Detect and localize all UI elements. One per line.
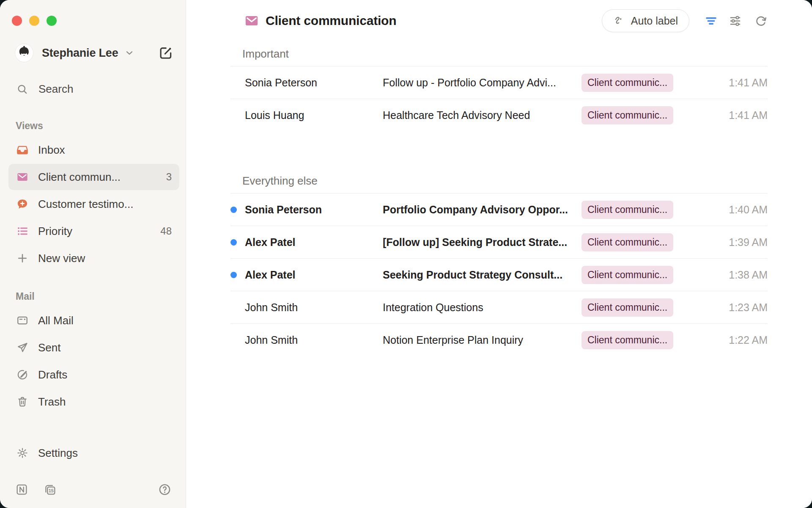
drafts-icon: [16, 369, 28, 381]
email-sender: John Smith: [245, 334, 383, 346]
label-badge[interactable]: Client communic...: [582, 266, 673, 284]
label-badge[interactable]: Client communic...: [582, 201, 673, 219]
label-badge[interactable]: Client communic...: [582, 106, 673, 124]
notion-app-icon[interactable]: [15, 483, 28, 496]
inbox-icon: [16, 144, 28, 156]
compose-icon[interactable]: [159, 46, 173, 60]
sidebar-section-label: Views: [16, 120, 186, 132]
chat-plus-icon: [16, 198, 28, 210]
sidebar-item-label: Trash: [38, 395, 66, 409]
label-cell: Client communic...: [582, 106, 683, 124]
sidebar-item-client-commun[interactable]: Client commun...3: [8, 164, 179, 190]
list-icon: [16, 225, 28, 237]
window-controls: [0, 0, 186, 26]
sidebar-item-new-view[interactable]: New view: [8, 245, 179, 271]
email-row[interactable]: Sonia PetersonPortfolio Company Advisory…: [230, 193, 768, 226]
email-subject: Integration Questions: [383, 301, 582, 314]
email-sender: Alex Patel: [245, 236, 383, 248]
sidebar-section-label: Mail: [16, 291, 186, 302]
search-icon: [16, 83, 28, 95]
sidebar-item-label: Priority: [38, 225, 72, 238]
email-sender: Sonia Peterson: [245, 204, 383, 216]
email-row[interactable]: Louis HuangHealthcare Tech Advisory Need…: [230, 99, 768, 131]
zoom-button[interactable]: [47, 16, 57, 26]
sidebar-item-drafts[interactable]: Drafts: [8, 362, 179, 388]
user-name: Stephanie Lee: [42, 47, 118, 60]
email-row[interactable]: John SmithNotion Enterprise Plan Inquiry…: [230, 324, 768, 356]
label-cell: Client communic...: [582, 233, 683, 251]
sidebar-item-label: Sent: [38, 341, 61, 354]
section-title: Important: [230, 48, 768, 66]
sidebar-item-label: All Mail: [38, 314, 74, 327]
unread-indicator-cell: [230, 272, 245, 278]
sidebar-item-label: Customer testimo...: [38, 198, 133, 211]
email-row[interactable]: Sonia PetersonFollow up - Portfolio Comp…: [230, 66, 768, 99]
chevron-down-icon: [124, 47, 135, 58]
email-time: 1:22 AM: [683, 334, 768, 346]
email-time: 1:38 AM: [683, 269, 768, 281]
email-time: 1:40 AM: [683, 204, 768, 216]
sidebar-item-inbox[interactable]: Inbox: [8, 137, 179, 163]
sidebar-item-priority[interactable]: Priority48: [8, 218, 179, 244]
email-subject: Healthcare Tech Advisory Need: [383, 109, 582, 121]
sliders-icon[interactable]: [729, 14, 742, 28]
label-cell: Client communic...: [582, 266, 683, 284]
email-time: 1:39 AM: [683, 236, 768, 248]
send-icon: [16, 342, 28, 353]
email-row[interactable]: Alex Patel[Follow up] Seeking Product St…: [230, 226, 768, 259]
sidebar-item-customer-testimo[interactable]: Customer testimo...: [8, 191, 179, 217]
sidebar-item-all-mail[interactable]: All Mail: [8, 307, 179, 334]
mail-icon: [16, 171, 28, 183]
sidebar-item-label: Drafts: [38, 368, 67, 381]
filter-icon[interactable]: [705, 14, 718, 28]
sidebar-footer: 15: [0, 466, 186, 508]
sidebar: Stephanie Lee Search ViewsInboxClient co…: [0, 0, 186, 508]
avatar: [15, 44, 33, 62]
email-subject: [Follow up] Seeking Product Strate...: [383, 236, 582, 248]
refresh-icon[interactable]: [754, 14, 768, 28]
sidebar-item-label: Client commun...: [38, 171, 121, 184]
section-title: Everything else: [230, 175, 768, 193]
unread-dot-icon: [230, 239, 237, 246]
unread-indicator-cell: [230, 239, 245, 246]
settings-label: Settings: [38, 447, 78, 460]
unread-count-badge: 3: [166, 171, 172, 183]
email-row[interactable]: John SmithIntegration QuestionsClient co…: [230, 291, 768, 324]
sidebar-item-label: New view: [38, 252, 85, 265]
email-subject: Seeking Product Strategy Consult...: [383, 269, 582, 281]
email-sender: Alex Patel: [245, 269, 383, 281]
sidebar-bottom: Settings 15: [0, 440, 186, 508]
sidebar-item-sent[interactable]: Sent: [8, 334, 179, 361]
label-badge[interactable]: Client communic...: [582, 331, 673, 349]
plus-icon: [16, 252, 28, 264]
auto-label-label: Auto label: [631, 15, 678, 27]
email-section: Everything elseSonia PetersonPortfolio C…: [230, 175, 768, 356]
search-button[interactable]: Search: [8, 77, 179, 101]
sidebar-nav: ViewsInboxClient commun...3Customer test…: [0, 101, 186, 416]
email-subject: Notion Enterprise Plan Inquiry: [383, 334, 582, 346]
email-time: 1:23 AM: [683, 301, 768, 314]
email-row[interactable]: Alex PatelSeeking Product Strategy Consu…: [230, 259, 768, 291]
calendar-app-icon[interactable]: 15: [44, 483, 57, 496]
close-button[interactable]: [12, 16, 22, 26]
allmail-icon: [16, 315, 28, 326]
view-header: Client communication Auto label: [230, 10, 768, 31]
auto-label-icon: [613, 15, 625, 27]
sidebar-item-label: Inbox: [38, 144, 65, 157]
minimize-button[interactable]: [29, 16, 39, 26]
sidebar-item-settings[interactable]: Settings: [8, 440, 179, 466]
page-title: Client communication: [266, 14, 396, 28]
label-badge[interactable]: Client communic...: [582, 74, 673, 92]
help-icon[interactable]: [158, 483, 171, 496]
sidebar-item-trash[interactable]: Trash: [8, 389, 179, 415]
label-badge[interactable]: Client communic...: [582, 233, 673, 251]
account-switcher[interactable]: Stephanie Lee: [15, 44, 173, 62]
email-time: 1:41 AM: [683, 77, 768, 89]
trash-icon: [16, 396, 28, 408]
email-subject: Follow up - Portfolio Company Advi...: [383, 77, 582, 89]
mail-icon: [244, 14, 259, 28]
label-badge[interactable]: Client communic...: [582, 298, 673, 317]
auto-label-button[interactable]: Auto label: [602, 9, 689, 32]
label-cell: Client communic...: [582, 201, 683, 219]
unread-dot-icon: [230, 272, 237, 278]
